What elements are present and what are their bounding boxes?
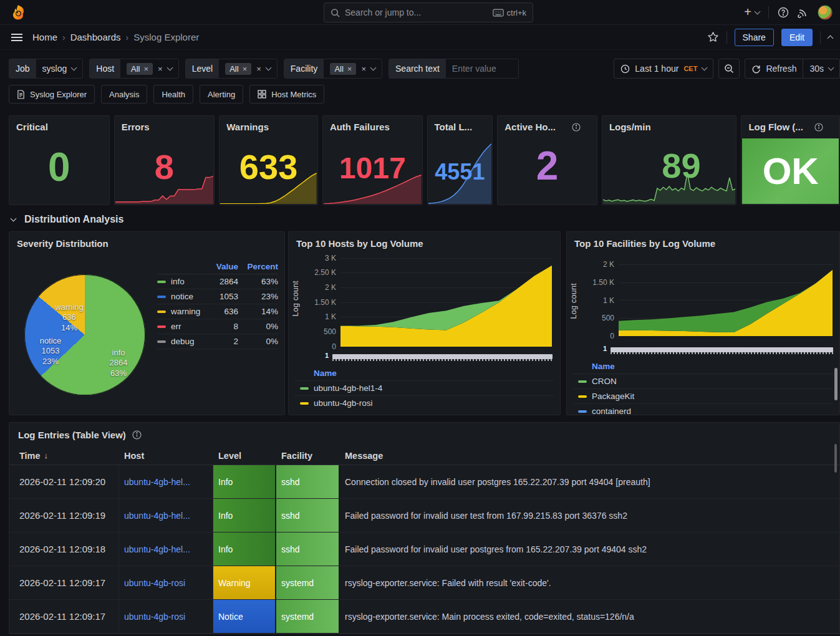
- table-row[interactable]: 2026-02-11 12:09:17 ubuntu-4gb-rosi Warn…: [9, 566, 839, 600]
- series-swatch: [578, 410, 587, 413]
- host-link[interactable]: ubuntu-4gb-hel...: [124, 477, 190, 487]
- user-avatar[interactable]: [818, 5, 833, 20]
- search-input[interactable]: [345, 7, 493, 17]
- table-row[interactable]: 2026-02-11 12:09:20 ubuntu-4gb-hel... In…: [9, 465, 839, 499]
- refresh-group: Refresh 30s: [745, 59, 840, 79]
- breadcrumb-home[interactable]: Home: [32, 32, 57, 42]
- legend-row-err[interactable]: err 80%: [157, 319, 278, 334]
- link-host-metrics[interactable]: Host Metrics: [249, 85, 324, 104]
- stat-log-flow[interactable]: Log Flow (... OK: [741, 115, 840, 205]
- top-hosts-panel[interactable]: Top 10 Hosts by Log Volume Log count 3 K…: [288, 231, 561, 415]
- legend-row-notice[interactable]: notice 105323%: [157, 289, 278, 304]
- table-row[interactable]: 2026-02-11 12:09:19 ubuntu-4gb-hel... In…: [9, 499, 839, 532]
- link-alerting[interactable]: Alerting: [200, 85, 243, 104]
- host-link[interactable]: ubuntu-4gb-rosi: [124, 578, 185, 588]
- legend-row[interactable]: CRON: [573, 373, 833, 388]
- column-header-level[interactable]: Level: [213, 451, 275, 461]
- star-icon[interactable]: [707, 31, 719, 43]
- pie-label-info: info286463%: [110, 348, 128, 378]
- info-icon[interactable]: [572, 123, 581, 132]
- host-filter[interactable]: Host All× ×: [89, 59, 178, 79]
- zoom-out-button[interactable]: [718, 59, 740, 79]
- job-filter-value[interactable]: syslog: [42, 64, 67, 74]
- facility-filter-chip[interactable]: All×: [330, 63, 356, 75]
- legend-row[interactable]: ubuntu-4gb-hel1-4: [295, 380, 554, 395]
- stat-total-logs[interactable]: Total L... 4551: [427, 115, 493, 205]
- top-facilities-panel[interactable]: Top 10 Facilities by Log Volume Log coun…: [566, 231, 840, 415]
- legend-scrollbar[interactable]: [834, 368, 838, 400]
- share-button[interactable]: Share: [735, 29, 774, 46]
- collapse-section-icon[interactable]: [11, 216, 17, 222]
- legend-row[interactable]: ubuntu-4gb-rosi: [295, 395, 554, 410]
- facility-filter[interactable]: Facility All× ×: [284, 59, 382, 79]
- table-scrollbar[interactable]: [834, 444, 837, 473]
- clear-filter-icon[interactable]: ×: [256, 64, 261, 74]
- global-search[interactable]: ctrl+k: [324, 2, 533, 22]
- chevron-down-icon: [71, 65, 77, 71]
- series-swatch: [300, 402, 309, 405]
- job-filter[interactable]: Job syslog: [9, 59, 83, 79]
- log-entries-panel[interactable]: Log Entries (Table View) Time↓ Host Leve…: [9, 422, 840, 634]
- table-row[interactable]: 2026-02-11 12:09:17 ubuntu-4gb-rosi Noti…: [9, 600, 839, 634]
- remove-chip-icon[interactable]: ×: [347, 64, 352, 74]
- edit-button[interactable]: Edit: [781, 29, 813, 46]
- search-text-input[interactable]: [452, 64, 512, 74]
- legend-row-info[interactable]: info 286463%: [157, 274, 278, 289]
- refresh-button[interactable]: Refresh: [745, 59, 803, 78]
- section-distribution-analysis[interactable]: Distribution Analysis: [0, 205, 840, 231]
- legend-row[interactable]: PackageKit: [573, 388, 833, 403]
- host-link[interactable]: ubuntu-4gb-hel...: [124, 544, 190, 554]
- time-range-picker[interactable]: Last 1 hour CET: [614, 59, 713, 79]
- clear-filter-icon[interactable]: ×: [158, 64, 163, 74]
- y-tick: 3 K: [292, 254, 336, 263]
- dashboard-icon: [17, 90, 25, 99]
- table-row[interactable]: 2026-02-11 12:09:18 ubuntu-4gb-hel... In…: [9, 532, 839, 566]
- collapse-topbar-icon[interactable]: [828, 35, 834, 41]
- host-link[interactable]: ubuntu-4gb-rosi: [124, 612, 185, 622]
- facilities-area-chart[interactable]: [619, 264, 833, 336]
- column-header-time[interactable]: Time↓: [9, 451, 119, 461]
- news-button[interactable]: [798, 7, 809, 18]
- legend-row-debug[interactable]: debug 20%: [157, 334, 278, 349]
- refresh-interval-value: 30s: [809, 64, 824, 74]
- remove-chip-icon[interactable]: ×: [144, 64, 149, 74]
- help-button[interactable]: [778, 7, 789, 18]
- severity-distribution-panel[interactable]: Severity Distribution warning63614% noti…: [9, 231, 285, 415]
- add-button[interactable]: +: [744, 5, 760, 19]
- level-filter[interactable]: Level All× ×: [185, 59, 278, 79]
- host-filter-chip[interactable]: All×: [127, 63, 153, 75]
- link-analysis[interactable]: Analysis: [101, 85, 147, 104]
- legend-row[interactable]: containerd: [573, 403, 833, 418]
- stat-logs-per-min[interactable]: Logs/min 89: [602, 115, 737, 205]
- cell-facility: sshd: [276, 499, 339, 532]
- info-icon[interactable]: [814, 123, 823, 132]
- legend-row-warning[interactable]: warning 63614%: [157, 304, 278, 319]
- level-filter-chip[interactable]: All×: [225, 63, 251, 75]
- stat-errors[interactable]: Errors 8: [114, 115, 215, 205]
- info-icon[interactable]: [132, 430, 142, 440]
- breadcrumb-dashboards[interactable]: Dashboards: [70, 32, 121, 42]
- column-header-facility[interactable]: Facility: [276, 451, 339, 461]
- refresh-interval-select[interactable]: 30s: [803, 59, 839, 78]
- stat-critical[interactable]: Critical 0: [9, 115, 110, 205]
- column-header-host[interactable]: Host: [119, 451, 213, 461]
- column-header-message[interactable]: Message: [339, 451, 839, 461]
- stat-warnings[interactable]: Warnings 633: [219, 115, 318, 205]
- grafana-logo-icon[interactable]: [10, 4, 26, 21]
- clear-filter-icon[interactable]: ×: [361, 64, 366, 74]
- remove-chip-icon[interactable]: ×: [243, 64, 248, 74]
- legend-header-name[interactable]: Name: [295, 365, 554, 380]
- search-text-filter: Search text: [389, 59, 519, 79]
- link-health[interactable]: Health: [153, 85, 193, 104]
- menu-toggle-icon[interactable]: [11, 34, 22, 41]
- series-swatch: [578, 380, 587, 383]
- legend-col-value[interactable]: Value: [202, 262, 238, 271]
- host-link[interactable]: ubuntu-4gb-hel...: [124, 511, 190, 521]
- stat-active-hosts[interactable]: Active Ho... 2: [497, 115, 597, 205]
- hosts-area-chart[interactable]: [340, 258, 552, 347]
- legend-header-name[interactable]: Name: [573, 359, 833, 373]
- link-syslog-explorer[interactable]: Syslog Explorer: [9, 85, 95, 104]
- legend-col-percent[interactable]: Percent: [238, 262, 278, 271]
- stat-auth-failures[interactable]: Auth Failures 1017: [322, 115, 423, 205]
- logs-per-min-sparkline: [603, 147, 736, 204]
